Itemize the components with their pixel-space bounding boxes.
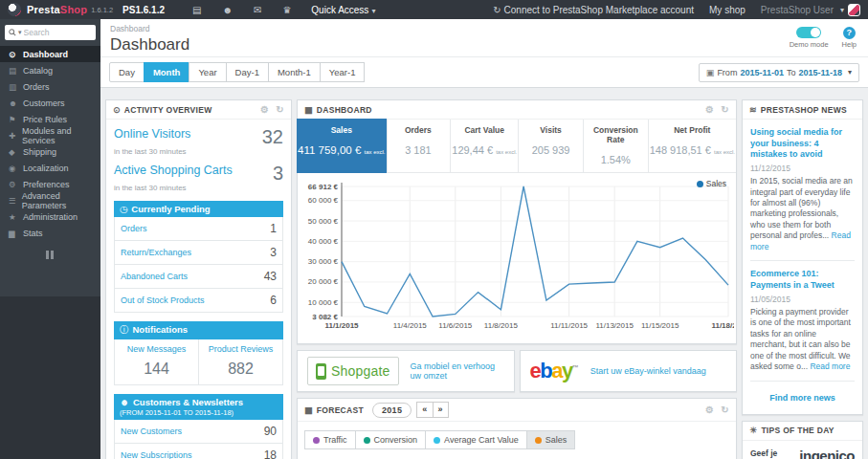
range-button-year-1[interactable]: Year-1 xyxy=(320,62,366,82)
sidebar-item-orders[interactable]: ▥Orders xyxy=(0,78,100,95)
sidebar-item-stats[interactable]: ▆Stats xyxy=(0,225,100,241)
sales-dot-icon xyxy=(535,437,542,444)
info-icon: ⓘ xyxy=(120,324,129,335)
sidebar-item-advanced-parameters[interactable]: ☰Advanced Parameters xyxy=(0,192,100,208)
forecast-toggle-traffic[interactable]: Traffic xyxy=(304,430,356,449)
wrench-icon: ⚙ xyxy=(9,180,23,189)
gear-icon: ★ xyxy=(9,212,23,222)
user-avatar xyxy=(848,4,860,16)
refresh-icon[interactable]: ↻ xyxy=(721,404,729,415)
cart-icon[interactable]: ▤ xyxy=(192,5,201,15)
x-axis-tick-label: 11/13/2015 xyxy=(595,321,634,330)
activity-panel-title: ACTIVITY OVERVIEW xyxy=(124,105,212,115)
tips-panel-title: TIPS OF THE DAY xyxy=(761,426,834,435)
sidebar-item-preferences[interactable]: ⚙Preferences xyxy=(0,176,100,192)
find-more-news-link[interactable]: Find more news xyxy=(750,389,855,410)
gear-icon[interactable]: ⚙ xyxy=(705,404,714,415)
kpi-tab-cart-value[interactable]: Cart Value129,44 € tax excl. xyxy=(451,120,519,172)
sidebar-item-price-rules[interactable]: ⚑Price Rules xyxy=(0,111,100,127)
forecast-toggle-avg-cart-value[interactable]: Average Cart Value xyxy=(425,430,527,449)
y-axis-tick-label: 20 000 € xyxy=(308,277,339,286)
shopgate-logo: Shopgate xyxy=(307,357,399,385)
online-visitors-value: 32 xyxy=(262,127,283,146)
date-toolbar: Day Month Year Day-1 Month-1 Year-1 ▣ Fr… xyxy=(100,56,868,88)
page-title: Dashboard xyxy=(110,35,858,55)
demo-mode-control[interactable]: Demo mode xyxy=(790,27,829,49)
prestashop-news-panel: ≋ PRESTASHOP NEWS Using social media for… xyxy=(742,99,863,415)
my-shop-link[interactable]: My shop xyxy=(709,5,746,15)
range-button-month-1[interactable]: Month-1 xyxy=(268,62,321,82)
product-reviews-link[interactable]: Product Reviews xyxy=(201,344,280,354)
forecast-year[interactable]: 2015 xyxy=(372,403,412,418)
help-icon[interactable]: ? xyxy=(843,27,856,39)
sidebar-item-modules[interactable]: ✚Modules and Services xyxy=(0,127,100,143)
product-reviews-cell: Product Reviews882 xyxy=(199,339,282,384)
ingenico-logo: ingenico Payment services xyxy=(790,448,855,459)
ebay-link[interactable]: Start uw eBay-winkel vandaag xyxy=(590,366,706,376)
active-carts-link[interactable]: Active Shopping Carts xyxy=(114,164,233,177)
quick-access-menu[interactable]: Quick Access▾ xyxy=(311,5,375,15)
trophy-icon[interactable]: ♛ xyxy=(282,5,291,15)
news-article-title[interactable]: Using social media for your business: 4 … xyxy=(750,127,855,161)
read-more-link[interactable]: Read more xyxy=(810,361,850,371)
y-axis-tick-label: 30 000 € xyxy=(308,257,339,266)
range-button-day-1[interactable]: Day-1 xyxy=(226,62,269,82)
y-axis-tick-label: 50 000 € xyxy=(308,217,339,226)
new-customers-link[interactable]: New Customers xyxy=(121,426,182,436)
sidebar-item-catalog[interactable]: ▤Catalog xyxy=(0,62,100,78)
sales-series-line xyxy=(342,186,728,317)
chart-legend[interactable]: Sales xyxy=(697,179,726,188)
out-of-stock-link[interactable]: Out of Stock Products xyxy=(121,295,205,305)
activity-overview-panel: ⊙ ACTIVITY OVERVIEW ⚙↻ Online Visitors32… xyxy=(105,99,292,459)
forecast-prev-button[interactable]: « xyxy=(416,402,433,418)
refresh-icon[interactable]: ↻ xyxy=(721,104,729,115)
kpi-tab-net-profit[interactable]: Net Profit148 918,51 € tax excl. xyxy=(649,120,736,172)
new-subscriptions-link[interactable]: New Subscriptions xyxy=(121,450,192,459)
forecast-toggle-sales[interactable]: Sales xyxy=(526,430,576,449)
news-article-title[interactable]: Ecommerce 101: Payments in a Tweet xyxy=(750,269,855,291)
sidebar-collapse-button[interactable] xyxy=(46,251,56,259)
online-visitors-link[interactable]: Online Visitors xyxy=(114,127,190,141)
marketplace-link[interactable]: ↻Connect to PrestaShop Marketplace accou… xyxy=(493,5,694,15)
sales-line-chart: 3 082 €10 000 €20 000 €30 000 €40 000 €5… xyxy=(300,175,734,339)
kpi-tab-conversion[interactable]: Conversion Rate1.54% xyxy=(584,120,649,172)
sidebar-search[interactable]: ▾ xyxy=(5,25,96,40)
mail-icon[interactable]: ✉ xyxy=(254,5,261,15)
x-axis-tick-label: 11/1/2015 xyxy=(324,321,359,330)
user-icon[interactable]: ☻ xyxy=(222,5,233,15)
range-button-month[interactable]: Month xyxy=(144,62,190,82)
users-icon: ☻ xyxy=(9,98,23,108)
kpi-tab-orders[interactable]: Orders3 181 xyxy=(387,120,452,172)
orders-link[interactable]: Orders xyxy=(121,224,147,233)
shopgate-link[interactable]: Ga mobiel en verhoog uw omzet xyxy=(411,361,504,381)
search-scope-caret[interactable]: ▾ xyxy=(18,29,22,36)
sidebar: ▾ ⊙Dashboard ▤Catalog ▥Orders ☻Customers… xyxy=(0,19,100,459)
sidebar-item-localization[interactable]: ◉Localization xyxy=(0,160,100,176)
forecast-toggle-conversion[interactable]: Conversion xyxy=(355,430,427,449)
gear-icon[interactable]: ⚙ xyxy=(705,104,714,115)
sidebar-item-shipping[interactable]: ◆Shipping xyxy=(0,143,100,160)
new-messages-link[interactable]: New Messages xyxy=(117,344,196,354)
pending-row-out-of-stock: Out of Stock Products6 xyxy=(115,289,282,312)
gear-icon[interactable]: ⚙ xyxy=(260,104,269,115)
kpi-tab-visits[interactable]: Visits205 939 xyxy=(519,120,584,172)
kpi-tabs: Sales411 759,00 € tax excl. Orders3 181 … xyxy=(298,120,736,173)
range-button-day[interactable]: Day xyxy=(109,62,145,82)
demo-mode-toggle[interactable] xyxy=(796,27,821,38)
puzzle-icon: ✚ xyxy=(9,131,22,141)
range-button-year[interactable]: Year xyxy=(189,62,226,82)
user-menu[interactable]: PrestaShop User▾ xyxy=(761,4,860,16)
date-range-picker[interactable]: ▣ From2015-11-01 To2015-11-18 ▾ xyxy=(699,63,859,82)
returns-link[interactable]: Return/Exchanges xyxy=(121,248,191,257)
dashboard-panel: ▦ DASHBOARD ⚙↻ Sales411 759,00 € tax exc… xyxy=(297,99,737,344)
forecast-next-button[interactable]: » xyxy=(433,402,449,418)
refresh-icon[interactable]: ↻ xyxy=(276,104,284,115)
search-input[interactable] xyxy=(24,28,92,37)
abandoned-carts-link[interactable]: Abandoned Carts xyxy=(121,272,188,281)
help-control[interactable]: ? Help xyxy=(842,27,857,49)
sidebar-item-customers[interactable]: ☻Customers xyxy=(0,95,100,111)
prestashop-logo-icon xyxy=(8,3,21,16)
kpi-tab-sales[interactable]: Sales411 759,00 € tax excl. xyxy=(297,119,388,173)
sidebar-item-dashboard[interactable]: ⊙Dashboard xyxy=(0,46,100,62)
sidebar-item-administration[interactable]: ★Administration xyxy=(0,208,100,225)
